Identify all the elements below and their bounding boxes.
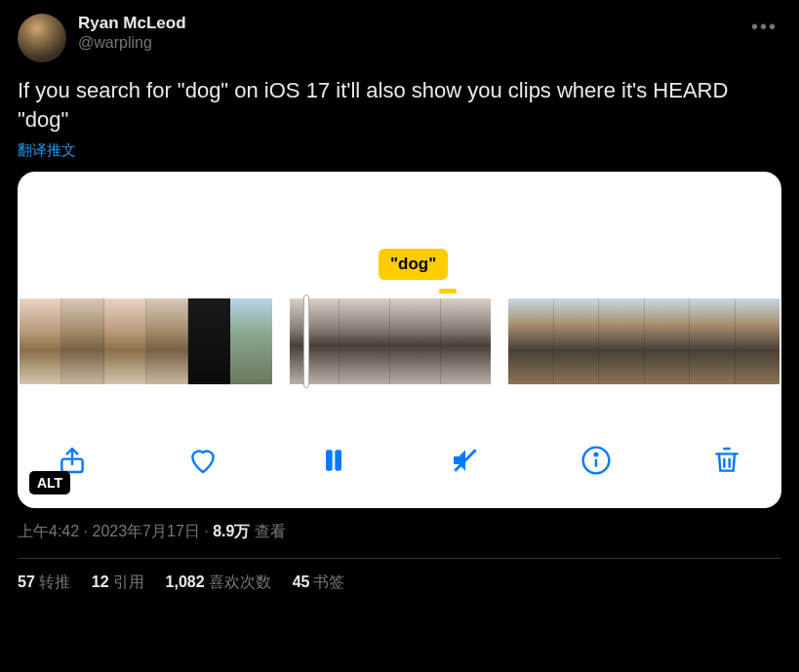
pause-icon[interactable] [314, 441, 353, 480]
svg-rect-2 [336, 451, 342, 471]
author-block[interactable]: Ryan McLeod @warpling [78, 14, 747, 52]
tweet-header: Ryan McLeod @warpling ••• [18, 14, 781, 62]
mute-icon[interactable] [446, 441, 485, 480]
search-tag-label: "dog" [379, 249, 448, 280]
display-name: Ryan McLeod [78, 14, 747, 33]
trash-icon[interactable] [707, 441, 746, 480]
heart-icon[interactable] [183, 441, 222, 480]
views-label: 查看 [250, 523, 285, 539]
media-card[interactable]: "dog" [18, 172, 781, 508]
svg-point-6 [594, 454, 597, 456]
alt-badge[interactable]: ALT [29, 471, 70, 494]
playhead[interactable] [303, 295, 309, 388]
time[interactable]: 上午4:42 [18, 523, 79, 539]
playhead-marker [439, 289, 457, 294]
likes-stat[interactable]: 1,082喜欢次数 [166, 573, 271, 593]
video-scrubber[interactable] [18, 298, 781, 384]
translate-link[interactable]: 翻译推文 [18, 141, 781, 160]
stats-row: 57转推 12引用 1,082喜欢次数 45书签 [18, 573, 781, 593]
clip-2[interactable] [290, 298, 492, 384]
divider [18, 558, 781, 559]
more-icon[interactable]: ••• [747, 14, 781, 40]
tweet-container: Ryan McLeod @warpling ••• If you search … [0, 0, 799, 593]
clip-3[interactable] [508, 298, 779, 384]
tweet-meta: 上午4:42 · 2023年7月17日 · 8.9万 查看 [18, 522, 781, 542]
media-toolbar [18, 413, 781, 508]
clip-1[interactable] [20, 298, 272, 384]
tweet-text: If you search for "dog" on iOS 17 it'll … [18, 76, 781, 134]
date[interactable]: 2023年7月17日 [92, 523, 199, 539]
bookmarks-stat[interactable]: 45书签 [293, 573, 345, 593]
handle: @warpling [78, 34, 747, 52]
info-icon[interactable] [577, 441, 616, 480]
views-count: 8.9万 [213, 523, 250, 539]
quotes-stat[interactable]: 12引用 [92, 573, 144, 593]
avatar[interactable] [18, 14, 66, 62]
svg-rect-1 [326, 451, 333, 471]
retweets-stat[interactable]: 57转推 [18, 573, 70, 593]
